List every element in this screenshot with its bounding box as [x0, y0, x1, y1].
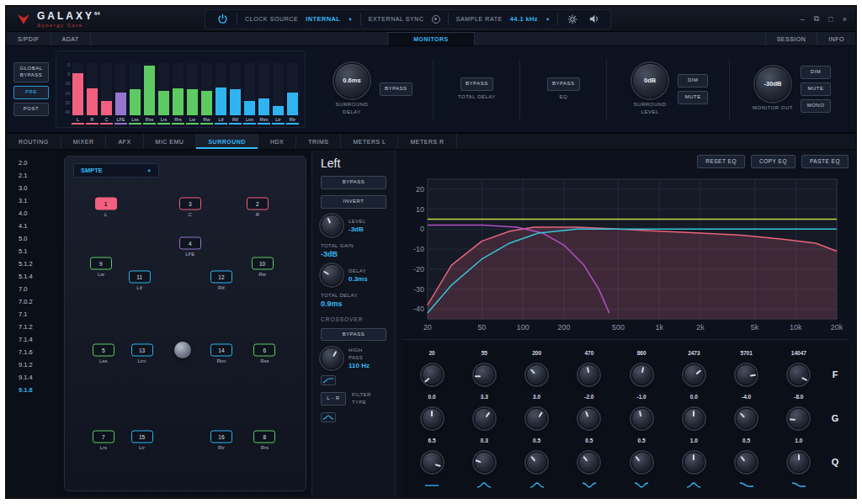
format-item-4.1[interactable]: 4.1 — [19, 220, 59, 232]
eq-band-q-knob[interactable] — [474, 452, 495, 473]
close-button[interactable]: × — [843, 15, 847, 24]
post-button[interactable]: POST — [13, 103, 49, 116]
format-item-7.1.4[interactable]: 7.1.4 — [19, 333, 59, 346]
format-item-5.1[interactable]: 5.1 — [19, 245, 59, 257]
speaker-ltf[interactable]: 11Ltf — [129, 270, 151, 289]
speaker-rtr[interactable]: 16Rtr — [210, 431, 232, 450]
minimize-button[interactable]: – — [801, 15, 805, 24]
eq-band-gain-knob[interactable] — [422, 408, 443, 429]
total-delay-bypass-button[interactable]: BYPASS — [460, 77, 493, 91]
channel-bypass-button[interactable]: BYPASS — [321, 176, 386, 189]
filter-type-shape-icon[interactable] — [321, 412, 336, 422]
eq-band-q-knob[interactable] — [631, 452, 652, 473]
tab-meters-l[interactable]: METERS L — [341, 134, 398, 149]
speaker-lrs[interactable]: 7Lrs — [93, 431, 114, 450]
eq-band-gain-knob[interactable] — [788, 408, 809, 429]
tab-adat[interactable]: ADAT — [51, 32, 91, 45]
speaker-lfe[interactable]: 4LFE — [179, 237, 201, 257]
format-item-2.0[interactable]: 2.0 — [19, 157, 59, 169]
pre-button[interactable]: PRE — [13, 86, 49, 99]
format-item-9.1.4[interactable]: 9.1.4 — [19, 371, 59, 384]
speaker-ltr[interactable]: 15Ltr — [131, 431, 153, 450]
reset-eq-button[interactable]: RESET EQ — [697, 155, 745, 168]
channel-invert-button[interactable]: INVERT — [321, 195, 386, 209]
eq-band-freq-knob[interactable] — [631, 364, 652, 385]
eq-band-gain-knob[interactable] — [578, 408, 599, 429]
eq-band-freq-knob[interactable] — [684, 364, 705, 385]
eq-band-q-knob[interactable] — [684, 452, 705, 473]
tab-session[interactable]: SESSION — [765, 32, 817, 45]
tab-trims[interactable]: TRIMS — [296, 134, 341, 149]
tab-mixer[interactable]: MIXER — [61, 134, 107, 149]
eq-band-gain-knob[interactable] — [526, 408, 547, 429]
global-bypass-button[interactable]: GLOBAL BYPASS — [13, 62, 49, 82]
delay-knob[interactable] — [321, 264, 343, 286]
format-item-2.1[interactable]: 2.1 — [19, 169, 59, 182]
eq-band-gain-knob[interactable] — [474, 408, 495, 429]
eq-band-gain-knob[interactable] — [684, 408, 705, 429]
high-pass-shape-icon[interactable] — [321, 375, 336, 385]
surround-delay-knob[interactable]: 0.6ms — [334, 63, 370, 98]
tab-mic-emu[interactable]: MIC EMU — [144, 134, 197, 149]
format-item-3.1[interactable]: 3.1 — [19, 194, 59, 207]
sample-rate-select[interactable]: 44.1 kHz — [510, 15, 538, 23]
monitor-out-dim-button[interactable]: DIM — [801, 66, 831, 79]
copy-eq-button[interactable]: COPY EQ — [751, 155, 795, 168]
speaker-c[interactable]: 3C — [179, 197, 201, 216]
speaker-ltm[interactable]: 13Ltm — [131, 344, 153, 363]
crossover-bypass-button[interactable]: BYPASS — [321, 328, 386, 342]
speaker-rw[interactable]: 10Rw — [252, 257, 274, 277]
surround-level-dim-button[interactable]: DIM — [678, 74, 708, 88]
tab-meters-r[interactable]: METERS R — [398, 134, 456, 149]
eq-band-freq-knob[interactable] — [578, 364, 599, 385]
eq-band-freq-knob[interactable] — [788, 364, 809, 385]
eq-band-freq-knob[interactable] — [474, 364, 495, 385]
eq-band-q-knob[interactable] — [526, 452, 547, 473]
restore-button[interactable]: ⧉ — [814, 14, 819, 24]
monitor-speaker-button[interactable] — [587, 13, 600, 26]
speaker-rtf[interactable]: 12Rtf — [210, 270, 232, 289]
format-item-3.0[interactable]: 3.0 — [19, 182, 59, 194]
monitor-out-mono-button[interactable]: MONO — [801, 99, 831, 113]
surround-level-mute-button[interactable]: MUTE — [678, 91, 708, 104]
eq-band-q-knob[interactable] — [578, 452, 599, 473]
format-item-7.1[interactable]: 7.1 — [19, 308, 59, 321]
format-item-7.0[interactable]: 7.0 — [19, 283, 59, 295]
eq-band-q-knob[interactable] — [788, 452, 809, 473]
eq-band-gain-knob[interactable] — [736, 408, 757, 429]
tab-routing[interactable]: ROUTING — [7, 134, 61, 149]
eq-bypass-button[interactable]: BYPASS — [547, 77, 580, 91]
tab-spdif[interactable]: S/PDIF — [7, 32, 51, 45]
eq-band-freq-knob[interactable] — [526, 364, 547, 385]
surround-delay-bypass-button[interactable]: BYPASS — [380, 82, 412, 96]
monitor-out-mute-button[interactable]: MUTE — [801, 82, 831, 96]
format-item-7.0.2[interactable]: 7.0.2 — [19, 295, 59, 308]
layout-preset-select[interactable]: SMPTE ▼ — [73, 163, 159, 178]
settings-gear-button[interactable] — [566, 13, 579, 26]
tab-surround[interactable]: SURROUND — [196, 134, 258, 149]
eq-band-freq-knob[interactable] — [736, 364, 757, 385]
filter-type-button[interactable]: L - R — [321, 392, 346, 406]
speaker-r[interactable]: 2R — [247, 197, 269, 216]
maximize-button[interactable]: □ — [828, 15, 833, 24]
surround-level-knob[interactable]: 0dB — [632, 63, 668, 98]
eq-band-q-knob[interactable] — [736, 452, 757, 473]
tab-monitors[interactable]: MONITORS — [387, 32, 475, 45]
format-item-7.1.2[interactable]: 7.1.2 — [19, 321, 59, 333]
format-item-5.1.2[interactable]: 5.1.2 — [19, 257, 59, 270]
power-button[interactable] — [216, 13, 229, 26]
format-item-7.1.6[interactable]: 7.1.6 — [19, 346, 59, 358]
eq-graph[interactable]: 20100-10-20-30-4020501002005001k2k5k10k2… — [402, 172, 849, 339]
external-sync-indicator[interactable] — [432, 15, 440, 24]
eq-band-freq-knob[interactable] — [422, 364, 443, 385]
tab-hdx[interactable]: HDX — [258, 134, 296, 149]
format-item-5.0[interactable]: 5.0 — [19, 232, 59, 245]
speaker-l[interactable]: 1L — [95, 197, 117, 216]
monitor-out-knob[interactable]: -30dB — [755, 66, 790, 102]
high-pass-knob[interactable] — [321, 347, 343, 369]
speaker-rtm[interactable]: 14Rtm — [210, 344, 232, 363]
speaker-rrs[interactable]: 8Rrs — [253, 431, 275, 450]
format-item-5.1.4[interactable]: 5.1.4 — [19, 270, 59, 283]
clock-source-select[interactable]: INTERNAL — [306, 15, 340, 23]
speaker-rss[interactable]: 6Rss — [253, 344, 275, 363]
